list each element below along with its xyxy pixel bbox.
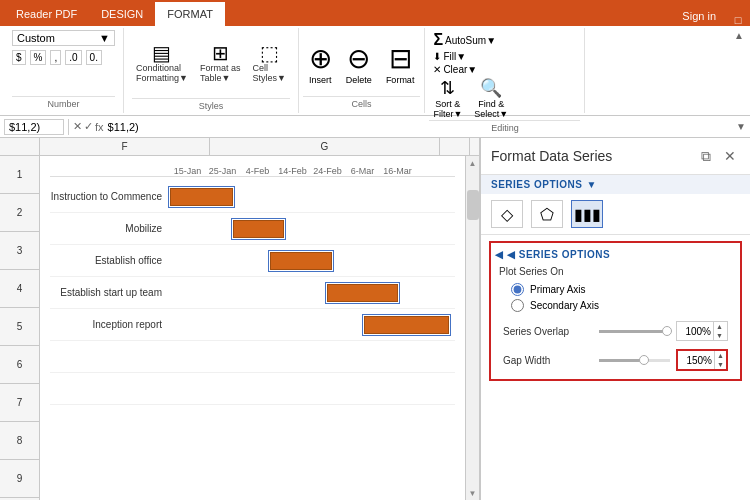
row-num-1[interactable]: 1 xyxy=(0,156,39,194)
insert-button[interactable]: ⊕ Insert xyxy=(303,40,338,87)
cell-reference-box[interactable]: $11,2) xyxy=(4,119,64,135)
pentagon-icon-button[interactable]: ⬠ xyxy=(531,200,563,228)
series-overlap-down[interactable]: ▼ xyxy=(714,331,725,340)
fill-button[interactable]: ⬇ Fill▼ xyxy=(429,50,470,63)
scroll-down-button[interactable]: ▼ xyxy=(466,486,479,500)
format-icon: ⊟ xyxy=(389,42,412,75)
column-headers: F G xyxy=(0,138,479,156)
gantt-row-3: Establish office xyxy=(50,245,455,277)
cells-label: Cells xyxy=(303,96,421,111)
series-overlap-row: Series Overlap ▲ ▼ xyxy=(495,317,736,345)
gantt-label-4: Establish start up team xyxy=(50,287,170,298)
date-25-jan: 25-Jan xyxy=(205,166,240,176)
comma-button[interactable]: , xyxy=(50,50,61,65)
vertical-scrollbar[interactable]: ▲ ▼ xyxy=(465,156,479,500)
series-options-header[interactable]: SERIES OPTIONS ▼ xyxy=(481,175,750,194)
panel-undock-button[interactable]: ⧉ xyxy=(696,146,716,166)
series-overlap-slider[interactable] xyxy=(599,330,670,333)
tab-reader-pdf[interactable]: Reader PDF xyxy=(4,2,89,26)
dollar-button[interactable]: $ xyxy=(12,50,26,65)
formula-expand-button[interactable]: ▼ xyxy=(736,121,746,132)
scrollbar-thumb[interactable] xyxy=(467,190,479,220)
tab-format[interactable]: FORMAT xyxy=(155,2,225,26)
clear-button[interactable]: ✕ Clear▼ xyxy=(429,63,481,76)
chart-area: 15-Jan 25-Jan 4-Feb 14-Feb 24-Feb 6-Mar … xyxy=(40,156,465,500)
row-num-8[interactable]: 8 xyxy=(0,422,39,460)
row-num-5[interactable]: 5 xyxy=(0,308,39,346)
styles-label: Styles xyxy=(132,98,290,113)
number-section-label: Number xyxy=(12,96,115,111)
gantt-bars-3 xyxy=(170,250,455,272)
gantt-date-headers: 15-Jan 25-Jan 4-Feb 14-Feb 24-Feb 6-Mar … xyxy=(50,166,455,177)
series-overlap-up[interactable]: ▲ xyxy=(714,322,725,331)
col-header-f[interactable]: F xyxy=(40,138,210,155)
autosum-button[interactable]: Σ AutoSum▼ xyxy=(429,30,500,50)
plot-series-on-label: Plot Series On xyxy=(495,264,736,281)
formula-cancel-button[interactable]: ✕ xyxy=(73,120,82,133)
gantt-label-3: Establish office xyxy=(50,255,170,266)
col-header-rest[interactable] xyxy=(440,138,470,155)
percent-button[interactable]: % xyxy=(30,50,47,65)
gap-width-up[interactable]: ▲ xyxy=(715,351,726,360)
cells-section: ⊕ Insert ⊖ Delete ⊟ Format Cells xyxy=(299,28,426,113)
fill-icon-button[interactable]: ◇ xyxy=(491,200,523,228)
tab-design[interactable]: DESIGN xyxy=(89,2,155,26)
col-header-g[interactable]: G xyxy=(210,138,440,155)
scroll-up-button[interactable]: ▲ xyxy=(466,156,479,170)
series-overlap-thumb[interactable] xyxy=(662,326,672,336)
secondary-axis-label: Secondary Axis xyxy=(530,300,599,311)
row-num-6[interactable]: 6 xyxy=(0,346,39,384)
spreadsheet-body: 1 2 3 4 5 6 7 8 9 15-Jan 25-Jan 4-Feb xyxy=(0,156,479,500)
gap-width-label: Gap Width xyxy=(503,355,593,366)
gap-width-input[interactable] xyxy=(678,354,714,367)
gantt-bar-2[interactable] xyxy=(233,220,284,238)
conditional-formatting-button[interactable]: ▤ ConditionalFormatting▼ xyxy=(132,41,192,85)
gantt-row-2: Mobilize xyxy=(50,213,455,245)
panel-close-button[interactable]: ✕ xyxy=(720,146,740,166)
sign-in-button[interactable]: Sign in xyxy=(672,6,726,26)
window-icon[interactable]: □ xyxy=(726,14,750,26)
gap-width-value-box: ▲ ▼ xyxy=(676,349,728,371)
gap-width-slider[interactable] xyxy=(599,359,670,362)
row-num-7[interactable]: 7 xyxy=(0,384,39,422)
gap-width-thumb[interactable] xyxy=(639,355,649,365)
gap-width-down[interactable]: ▼ xyxy=(715,360,726,369)
format-table-icon: ⊞ xyxy=(212,43,229,63)
cell-styles-button[interactable]: ⬚ CellStyles▼ xyxy=(248,41,289,85)
bars-icon-button[interactable]: ▮▮▮ xyxy=(571,200,603,228)
row-num-9[interactable]: 9 xyxy=(0,460,39,498)
find-select-button[interactable]: 🔍 Find &Select▼ xyxy=(470,76,512,120)
format-button[interactable]: ⊟ Format xyxy=(380,40,421,87)
secondary-axis-radio[interactable] xyxy=(511,299,524,312)
ribbon-collapse-button[interactable]: ▲ xyxy=(734,30,744,41)
panel-icon-buttons: ◇ ⬠ ▮▮▮ xyxy=(481,194,750,235)
gantt-bar-1[interactable] xyxy=(170,188,233,206)
gantt-bar-3[interactable] xyxy=(270,252,333,270)
row-num-2[interactable]: 2 xyxy=(0,194,39,232)
primary-axis-label: Primary Axis xyxy=(530,284,586,295)
formula-accept-button[interactable]: ✓ xyxy=(84,120,93,133)
format-as-table-button[interactable]: ⊞ Format asTable▼ xyxy=(196,41,245,85)
formula-content[interactable]: $11,2) xyxy=(108,121,733,133)
gantt-bar-5[interactable] xyxy=(364,316,450,334)
delete-button[interactable]: ⊖ Delete xyxy=(340,40,378,87)
decrease-decimal-button[interactable]: 0. xyxy=(86,50,102,65)
styles-section: ▤ ConditionalFormatting▼ ⊞ Format asTabl… xyxy=(124,28,299,113)
row-num-4[interactable]: 4 xyxy=(0,270,39,308)
series-overlap-input[interactable] xyxy=(677,325,713,338)
gantt-bars-5 xyxy=(170,314,455,336)
formula-insert-function-button[interactable]: fx xyxy=(95,121,104,133)
panel-title: Format Data Series xyxy=(491,148,612,164)
gantt-bar-4[interactable] xyxy=(327,284,398,302)
row-num-3[interactable]: 3 xyxy=(0,232,39,270)
sort-filter-button[interactable]: ⇅ Sort &Filter▼ xyxy=(429,76,466,120)
increase-decimal-button[interactable]: .0 xyxy=(65,50,81,65)
number-format-dropdown[interactable]: Custom ▼ xyxy=(12,30,115,46)
axis-radio-group: Primary Axis Secondary Axis xyxy=(495,281,736,317)
gap-width-fill xyxy=(599,359,642,362)
date-6-mar: 6-Mar xyxy=(345,166,380,176)
format-data-series-panel: Format Data Series ⧉ ✕ SERIES OPTIONS ▼ … xyxy=(480,138,750,500)
bars-icon: ▮▮▮ xyxy=(574,205,601,224)
primary-axis-radio[interactable] xyxy=(511,283,524,296)
series-options-label: SERIES OPTIONS xyxy=(491,179,582,190)
